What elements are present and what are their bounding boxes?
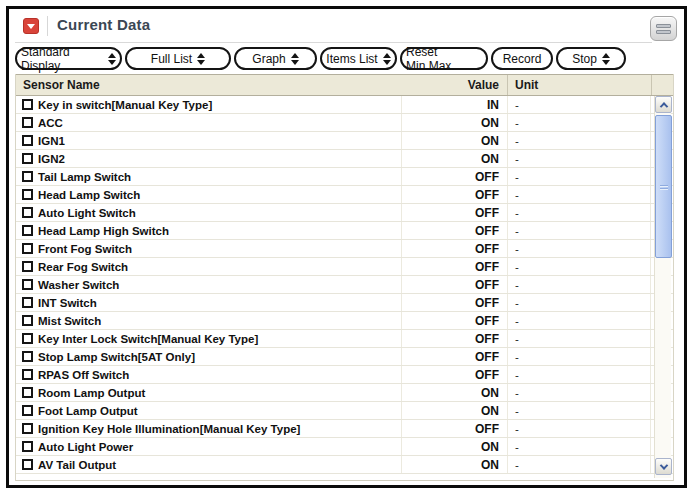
sensor-name: Key Inter Lock Switch[Manual Key Type]	[38, 333, 258, 345]
sensor-name: Key in switch[Manual Key Type]	[38, 99, 212, 111]
row-checkbox[interactable]	[22, 423, 33, 434]
sensor-value: OFF	[401, 366, 508, 383]
toolbar-button-record[interactable]: Record	[491, 47, 553, 70]
table-row[interactable]: Rear Fog SwitchOFF-	[16, 258, 673, 276]
toolbar: Standard DisplayFull ListGraphItems List…	[15, 47, 626, 71]
row-checkbox[interactable]	[22, 279, 33, 290]
sensor-name-cell: INT Switch	[16, 294, 401, 311]
chevron-down-icon	[659, 461, 667, 469]
chevron-down-icon[interactable]	[23, 18, 39, 34]
table-row[interactable]: INT SwitchOFF-	[16, 294, 673, 312]
row-checkbox[interactable]	[22, 261, 33, 272]
table-row[interactable]: AV Tail OutputON-	[16, 456, 673, 474]
sensor-name-cell: Key in switch[Manual Key Type]	[16, 96, 401, 113]
table-row[interactable]: Ignition Key Hole Illumination[Manual Ke…	[16, 420, 673, 438]
table-row[interactable]: IGN2ON-	[16, 150, 673, 168]
table-row[interactable]: Auto Light PowerON-	[16, 438, 673, 456]
table-row[interactable]: Auto Light SwitchOFF-	[16, 204, 673, 222]
sensor-name-cell: Ignition Key Hole Illumination[Manual Ke…	[16, 420, 401, 437]
sensor-name: Ignition Key Hole Illumination[Manual Ke…	[38, 423, 300, 435]
row-checkbox[interactable]	[22, 315, 33, 326]
column-header-value[interactable]: Value	[401, 75, 508, 95]
toolbar-button-stop[interactable]: Stop	[556, 47, 626, 70]
sensor-value: OFF	[401, 420, 508, 437]
menu-button[interactable]	[650, 16, 677, 41]
table-row[interactable]: ACCON-	[16, 114, 673, 132]
table-row[interactable]: Key in switch[Manual Key Type]IN-	[16, 96, 673, 114]
toolbar-button-graph[interactable]: Graph	[234, 47, 317, 70]
row-checkbox[interactable]	[22, 351, 33, 362]
title-divider	[47, 16, 48, 36]
row-checkbox[interactable]	[22, 225, 33, 236]
sensor-value: OFF	[401, 186, 508, 203]
sensor-unit: -	[508, 438, 651, 455]
thumb-ridge	[660, 185, 668, 186]
sensor-name: Head Lamp High Switch	[38, 225, 169, 237]
table-row[interactable]: IGN1ON-	[16, 132, 673, 150]
column-header-unit[interactable]: Unit	[508, 75, 651, 95]
column-header-sensor-name[interactable]: Sensor Name	[16, 75, 401, 95]
sensor-value: OFF	[401, 168, 508, 185]
row-checkbox[interactable]	[22, 99, 33, 110]
table-header-row: Sensor Name Value Unit	[16, 74, 673, 96]
sensor-value: OFF	[401, 348, 508, 365]
row-checkbox[interactable]	[22, 333, 33, 344]
table-row[interactable]: Key Inter Lock Switch[Manual Key Type]OF…	[16, 330, 673, 348]
toolbar-button-label: Items List	[326, 52, 377, 66]
row-checkbox[interactable]	[22, 189, 33, 200]
sensor-name-cell: IGN2	[16, 150, 401, 167]
toolbar-button-standard-display[interactable]: Standard Display	[15, 47, 122, 70]
toolbar-button-items-list[interactable]: Items List	[320, 47, 397, 70]
row-checkbox[interactable]	[22, 207, 33, 218]
row-checkbox[interactable]	[22, 459, 33, 470]
sensor-unit: -	[508, 402, 651, 419]
row-checkbox[interactable]	[22, 369, 33, 380]
toolbar-button-label: Full List	[151, 52, 192, 66]
table-row[interactable]: RPAS Off SwitchOFF-	[16, 366, 673, 384]
toolbar-button-reset-min-max[interactable]: Reset Min.Max.	[400, 47, 488, 70]
sensor-unit: -	[508, 114, 651, 131]
table-row[interactable]: Mist SwitchOFF-	[16, 312, 673, 330]
toolbar-button-full-list[interactable]: Full List	[125, 47, 231, 70]
vertical-scrollbar[interactable]	[654, 96, 671, 478]
table-row[interactable]: Foot Lamp OutputON-	[16, 402, 673, 420]
sensor-name: Head Lamp Switch	[38, 189, 140, 201]
sensor-name-cell: Stop Lamp Switch[5AT Only]	[16, 348, 401, 365]
sensor-unit: -	[508, 150, 651, 167]
sensor-name: RPAS Off Switch	[38, 369, 129, 381]
sensor-value: ON	[401, 150, 508, 167]
scroll-down-button[interactable]	[655, 458, 672, 475]
sensor-name: Washer Switch	[38, 279, 119, 291]
sensor-name: Stop Lamp Switch[5AT Only]	[38, 351, 195, 363]
table-row[interactable]: Tail Lamp SwitchOFF-	[16, 168, 673, 186]
scroll-up-button[interactable]	[655, 96, 672, 113]
table-row[interactable]: Stop Lamp Switch[5AT Only]OFF-	[16, 348, 673, 366]
row-checkbox[interactable]	[22, 135, 33, 146]
table-row[interactable]: Washer SwitchOFF-	[16, 276, 673, 294]
table-row[interactable]: Room Lamp OutputON-	[16, 384, 673, 402]
thumb-ridge	[660, 188, 668, 189]
title-bar: Current Data	[9, 9, 684, 42]
toolbar-button-label: Reset Min.Max.	[406, 45, 482, 73]
row-checkbox[interactable]	[22, 171, 33, 182]
row-checkbox[interactable]	[22, 441, 33, 452]
sensor-value: ON	[401, 114, 508, 131]
row-checkbox[interactable]	[22, 117, 33, 128]
row-checkbox[interactable]	[22, 387, 33, 398]
row-checkbox[interactable]	[22, 153, 33, 164]
sensor-value: IN	[401, 96, 508, 113]
table-row[interactable]: Front Fog SwitchOFF-	[16, 240, 673, 258]
sensor-name: Rear Fog Switch	[38, 261, 128, 273]
sensor-unit: -	[508, 294, 651, 311]
row-checkbox[interactable]	[22, 243, 33, 254]
toolbar-button-label: Stop	[572, 52, 597, 66]
row-checkbox[interactable]	[22, 405, 33, 416]
sensor-name: INT Switch	[38, 297, 97, 309]
table-row[interactable]: Head Lamp High SwitchOFF-	[16, 222, 673, 240]
row-checkbox[interactable]	[22, 297, 33, 308]
scrollbar-thumb[interactable]	[655, 115, 672, 258]
sensor-unit: -	[508, 348, 651, 365]
table-row[interactable]: Head Lamp SwitchOFF-	[16, 186, 673, 204]
sensor-unit: -	[508, 222, 651, 239]
toolbar-button-label: Graph	[252, 52, 285, 66]
